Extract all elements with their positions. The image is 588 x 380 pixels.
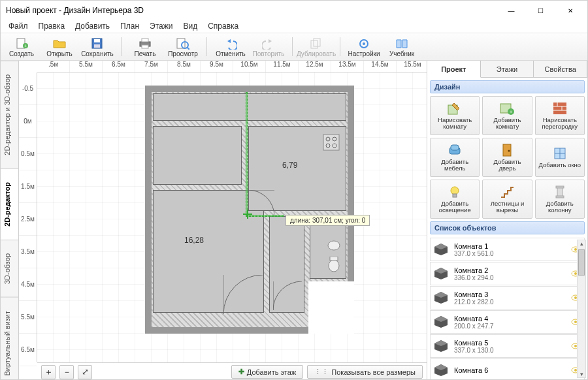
print-button[interactable]: Печать <box>127 35 163 61</box>
create-button[interactable]: + Создать <box>3 35 40 61</box>
add-room-button[interactable]: +Добавить комнату <box>482 96 532 135</box>
preview-button[interactable]: Просмотр <box>165 35 201 61</box>
ruler-v-tick: 1.5м <box>19 170 37 203</box>
preview-label: Просмотр <box>168 50 198 57</box>
svg-rect-31 <box>553 103 566 114</box>
toilet-icon <box>327 257 341 272</box>
close-button[interactable]: ✕ <box>555 1 585 20</box>
scroll-up-icon[interactable]: ▴ <box>578 240 585 247</box>
show-dims-button[interactable]: ⋮⋮ Показывать все размеры <box>307 365 423 379</box>
brick-wall-icon <box>552 101 568 116</box>
object-name: Комната 1 <box>454 242 566 250</box>
ruler-h-tick: 15.5м <box>397 61 427 72</box>
objects-header: Список объектов <box>430 221 585 234</box>
svg-rect-13 <box>314 39 320 46</box>
list-item[interactable]: Комната 5337.0 x 130.0 <box>430 334 585 358</box>
ruler-v-tick: 0м <box>19 105 37 138</box>
settings-button[interactable]: Настройки <box>346 35 382 61</box>
floor-plan[interactable]: 16,28 6,79 <box>145 86 354 334</box>
add-column-button[interactable]: Добавить колонну <box>535 180 585 219</box>
ruler-vertical: -0.5 0м 0.5м 1.5м 2.5м 3.5м 4.5м 5.5м 6.… <box>19 72 37 362</box>
svg-rect-12 <box>311 40 318 48</box>
list-item[interactable]: Комната 2336.0 x 294.0 <box>430 262 585 285</box>
tutorial-button[interactable]: Учебник <box>384 35 420 61</box>
room-3d-icon <box>434 316 449 328</box>
zoom-out-button[interactable]: － <box>59 365 74 379</box>
duplicate-icon <box>309 38 323 50</box>
ruler-h-tick: 14.5м <box>364 61 397 72</box>
panel-tabs: Проект Этажи Свойства <box>427 61 587 78</box>
minimize-button[interactable]: — <box>497 1 526 20</box>
ruler-horizontal: .5м 5.5м 6.5м 7.5м 8.5м 9.5м 10.5м 11.5м… <box>37 61 427 72</box>
svg-point-15 <box>363 42 365 45</box>
tool-label: Лестницы и вырезы <box>484 200 530 214</box>
list-item[interactable]: Комната 6 <box>430 358 585 380</box>
tab-floors[interactable]: Этажи <box>481 61 534 77</box>
add-window-button[interactable]: Добавить окно <box>535 138 585 177</box>
ruler-v-tick: 4.5м <box>19 268 37 301</box>
scroll-down-icon[interactable]: ▾ <box>578 371 585 377</box>
open-label: Открыть <box>46 50 72 57</box>
menu-view[interactable]: Вид <box>178 20 203 33</box>
menu-floors[interactable]: Этажи <box>144 20 178 33</box>
menu-plan[interactable]: План <box>115 20 144 33</box>
add-floor-button[interactable]: ✚ Добавить этаж <box>231 365 303 379</box>
objects-list: Комната 1337.0 x 561.0 Комната 2336.0 x … <box>427 237 587 380</box>
pencil-room-icon <box>447 101 463 116</box>
object-name: Комната 5 <box>454 339 566 347</box>
menu-edit[interactable]: Правка <box>33 20 71 33</box>
ruler-icon: ⋮⋮ <box>314 368 329 376</box>
object-dim: 336.0 x 294.0 <box>454 274 566 281</box>
svg-rect-19 <box>323 135 339 150</box>
redo-icon <box>261 38 276 50</box>
redo-label: Повторить <box>253 50 285 57</box>
objects-scrollbar[interactable]: ▴ ▾ <box>577 240 586 378</box>
undo-button[interactable]: Отменить <box>212 35 249 61</box>
ruler-h-tick: 5.5м <box>70 61 103 72</box>
toolbar: + Создать Открыть Сохранить Печать Просм… <box>1 33 587 61</box>
ruler-v-tick: 7.5м <box>19 366 37 380</box>
show-dims-label: Показывать все размеры <box>331 368 416 376</box>
open-button[interactable]: Открыть <box>41 35 78 61</box>
stairs-icon <box>499 185 515 199</box>
redo-button[interactable]: Повторить <box>250 35 287 61</box>
canvas-grid[interactable]: 16,28 6,79 длина: 307,01 см; угол: 0 <box>37 72 427 362</box>
object-dim: 337.0 x 130.0 <box>454 347 566 354</box>
draw-room-button[interactable]: Нарисовать комнату <box>430 96 480 135</box>
scroll-thumb[interactable] <box>578 249 585 276</box>
menu-add[interactable]: Добавить <box>70 20 115 33</box>
maximize-button[interactable]: ☐ <box>526 1 555 20</box>
tab-3d-view[interactable]: 3D-обзор <box>1 240 18 297</box>
draw-partition-button[interactable]: Нарисовать перегородку <box>535 96 585 135</box>
list-item[interactable]: Комната 3212.0 x 282.0 <box>430 286 585 309</box>
tab-2d-editor[interactable]: 2D-редактор <box>1 168 18 240</box>
add-furniture-button[interactable]: Добавить мебель <box>430 138 480 177</box>
window-title: Новый проект - Дизайн Интерьера 3D <box>6 6 497 15</box>
tab-properties[interactable]: Свойства <box>534 61 587 77</box>
zoom-fit-button[interactable]: ⤢ <box>78 365 92 379</box>
add-door-button[interactable]: Добавить дверь <box>482 138 532 177</box>
save-button[interactable]: Сохранить <box>79 35 116 61</box>
list-item[interactable]: Комната 4200.0 x 247.7 <box>430 310 585 334</box>
zoom-in-button[interactable]: ＋ <box>41 365 56 379</box>
room-3d-icon <box>434 292 449 304</box>
menu-help[interactable]: Справка <box>203 20 244 33</box>
duplicate-label: Дублировать <box>297 50 336 57</box>
tab-virtual-visit[interactable]: Виртуальный визит <box>1 297 18 380</box>
list-item[interactable]: Комната 1337.0 x 561.0 <box>430 238 585 261</box>
plus-icon: ✚ <box>238 368 244 376</box>
room-3d-icon <box>434 364 449 376</box>
svg-rect-9 <box>177 39 185 48</box>
design-tools-grid: Нарисовать комнату +Добавить комнату Нар… <box>427 96 587 219</box>
add-stairs-button[interactable]: Лестницы и вырезы <box>482 180 532 219</box>
svg-text:+: + <box>510 109 513 115</box>
duplicate-button[interactable]: Дублировать <box>298 35 335 61</box>
menu-file[interactable]: Файл <box>3 20 33 33</box>
svg-rect-37 <box>451 145 459 150</box>
measure-tooltip: длина: 307,01 см; угол: 0 <box>286 215 370 226</box>
add-lighting-button[interactable]: Добавить освещение <box>430 180 480 219</box>
tab-2d-3d-editor[interactable]: 2D-редактор и 3D-обзор <box>1 61 18 168</box>
ruler-h-tick: 7.5м <box>135 61 168 72</box>
tab-project[interactable]: Проект <box>427 61 481 78</box>
svg-rect-7 <box>142 39 148 42</box>
